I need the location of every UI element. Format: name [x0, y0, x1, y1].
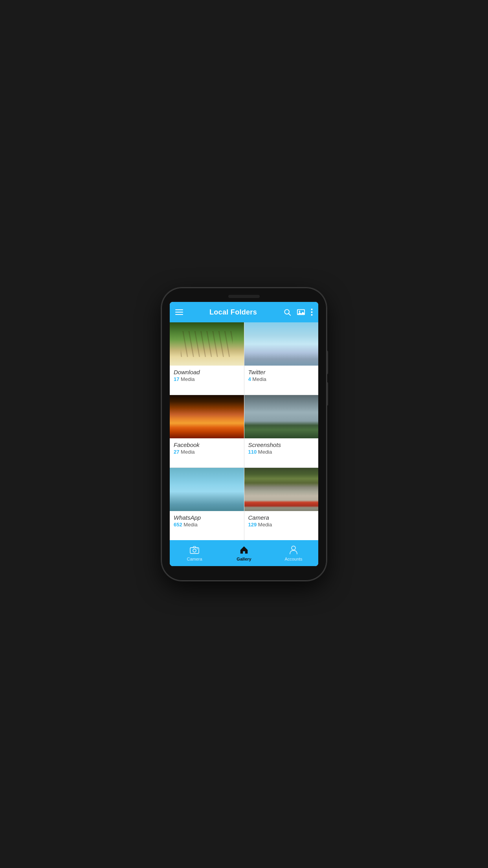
folder-count-screenshots: 110 Media: [248, 449, 315, 455]
svg-point-4: [299, 311, 301, 312]
svg-point-6: [311, 311, 313, 313]
folder-count-twitter: 4 Media: [248, 376, 315, 382]
nav-label-gallery: Gallery: [237, 557, 251, 561]
folder-item-download[interactable]: Download 17 Media: [170, 322, 244, 395]
folder-thumb-twitter: [244, 322, 319, 366]
folder-name-facebook: Facebook: [174, 441, 240, 448]
top-bar-icons: [283, 308, 313, 316]
bottom-nav: Camera Gallery Accounts: [170, 540, 318, 566]
folder-item-twitter[interactable]: Twitter 4 Media: [244, 322, 319, 395]
folder-thumb-download: [170, 322, 244, 366]
svg-point-10: [197, 548, 198, 549]
nav-item-gallery[interactable]: Gallery: [228, 545, 260, 561]
folder-info-screenshots: Screenshots 110 Media: [244, 438, 319, 459]
folder-thumb-camera: [244, 468, 319, 511]
search-icon[interactable]: [283, 308, 291, 316]
folders-grid: Download 17 Media Twitter 4 Media: [170, 322, 318, 540]
folder-item-whatsapp[interactable]: WhatsApp 652 Media: [170, 468, 244, 540]
phone-frame: Local Folders: [161, 288, 327, 581]
folder-info-whatsapp: WhatsApp 652 Media: [170, 511, 244, 531]
folder-count-camera: 129 Media: [248, 522, 315, 528]
folder-info-facebook: Facebook 27 Media: [170, 438, 244, 459]
folder-name-screenshots: Screenshots: [248, 441, 315, 448]
camera-nav-icon: [189, 545, 200, 555]
folder-info-download: Download 17 Media: [170, 366, 244, 386]
more-vertical-icon[interactable]: [311, 308, 313, 316]
folder-info-camera: Camera 129 Media: [244, 511, 319, 531]
gallery-icon[interactable]: [297, 308, 305, 316]
svg-point-11: [292, 546, 295, 550]
svg-point-5: [311, 309, 313, 310]
person-nav-icon: [288, 545, 299, 555]
home-nav-icon: [239, 545, 249, 555]
folder-count-whatsapp: 652 Media: [174, 522, 240, 528]
nav-item-accounts[interactable]: Accounts: [278, 545, 309, 561]
folder-name-download: Download: [174, 369, 240, 375]
nav-label-accounts: Accounts: [284, 557, 302, 561]
top-bar: Local Folders: [170, 302, 318, 322]
folder-item-camera[interactable]: Camera 129 Media: [244, 468, 319, 540]
svg-point-7: [311, 314, 313, 316]
svg-line-1: [289, 314, 291, 316]
nav-item-camera[interactable]: Camera: [179, 545, 210, 561]
folder-item-screenshots[interactable]: Screenshots 110 Media: [244, 395, 319, 467]
nav-label-camera: Camera: [187, 557, 202, 561]
folder-name-twitter: Twitter: [248, 369, 315, 375]
folder-count-download: 17 Media: [174, 376, 240, 382]
phone-screen: Local Folders: [170, 302, 318, 566]
folder-thumb-whatsapp: [170, 468, 244, 511]
folder-count-facebook: 27 Media: [174, 449, 240, 455]
folder-name-camera: Camera: [248, 514, 315, 521]
menu-icon[interactable]: [175, 309, 183, 315]
folder-item-facebook[interactable]: Facebook 27 Media: [170, 395, 244, 467]
folder-name-whatsapp: WhatsApp: [174, 514, 240, 521]
svg-point-9: [193, 549, 196, 552]
folder-thumb-facebook: [170, 395, 244, 438]
folder-info-twitter: Twitter 4 Media: [244, 366, 319, 386]
page-title: Local Folders: [183, 308, 283, 316]
folder-thumb-screenshots: [244, 395, 319, 438]
